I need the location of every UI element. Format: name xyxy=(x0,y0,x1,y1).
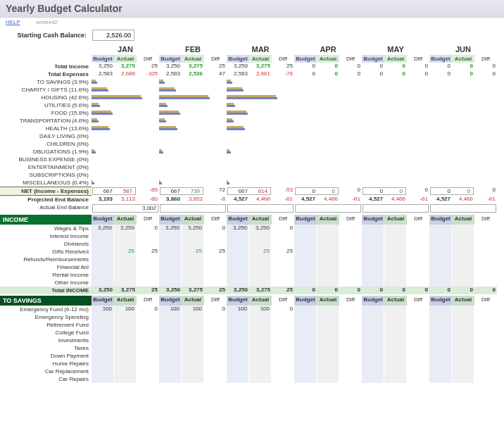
actual-cell[interactable] xyxy=(384,344,407,352)
budget-cell[interactable] xyxy=(429,225,452,232)
budget-cell[interactable] xyxy=(92,248,114,256)
budget-cell[interactable] xyxy=(159,256,182,263)
actual-cell[interactable] xyxy=(249,360,272,367)
actual-end-input[interactable] xyxy=(430,204,496,213)
actual-cell[interactable] xyxy=(317,256,339,263)
actual-cell[interactable] xyxy=(182,271,204,279)
budget-cell[interactable] xyxy=(429,344,452,352)
budget-cell[interactable]: 3,250 xyxy=(227,225,249,232)
budget-cell[interactable] xyxy=(294,263,317,271)
budget-cell[interactable] xyxy=(159,279,182,287)
budget-cell[interactable]: 3,250 xyxy=(159,225,182,232)
budget-cell[interactable] xyxy=(429,232,452,240)
actual-cell[interactable]: 25 xyxy=(114,248,137,256)
actual-cell[interactable] xyxy=(182,337,204,344)
budget-cell[interactable] xyxy=(159,344,182,352)
budget-cell[interactable] xyxy=(362,306,384,313)
budget-cell[interactable] xyxy=(429,256,452,263)
actual-end-input[interactable]: 3,002 xyxy=(92,204,158,213)
actual-cell[interactable] xyxy=(452,225,474,232)
actual-cell[interactable] xyxy=(317,248,339,256)
budget-cell[interactable] xyxy=(294,352,317,360)
actual-cell[interactable] xyxy=(182,344,204,352)
actual-cell[interactable] xyxy=(384,352,407,360)
budget-cell[interactable] xyxy=(362,375,384,383)
actual-cell[interactable]: 25 xyxy=(249,248,272,256)
budget-cell[interactable] xyxy=(92,329,114,337)
actual-cell[interactable] xyxy=(249,263,272,271)
budget-cell[interactable] xyxy=(362,232,384,240)
budget-cell[interactable] xyxy=(362,240,384,248)
budget-cell[interactable] xyxy=(92,232,114,240)
budget-cell[interactable] xyxy=(92,367,114,375)
budget-cell[interactable] xyxy=(92,360,114,367)
actual-cell[interactable] xyxy=(182,256,204,263)
actual-cell[interactable] xyxy=(114,321,137,329)
budget-cell[interactable] xyxy=(362,329,384,337)
budget-cell[interactable] xyxy=(159,232,182,240)
actual-cell[interactable] xyxy=(384,329,407,337)
budget-cell[interactable] xyxy=(92,256,114,263)
budget-cell[interactable] xyxy=(429,367,452,375)
actual-cell[interactable] xyxy=(452,313,474,321)
actual-end-input[interactable] xyxy=(363,204,429,213)
budget-cell[interactable] xyxy=(362,279,384,287)
budget-cell[interactable] xyxy=(294,271,317,279)
actual-cell[interactable] xyxy=(452,375,474,383)
actual-cell[interactable] xyxy=(384,367,407,375)
budget-cell[interactable] xyxy=(159,329,182,337)
actual-cell[interactable] xyxy=(182,313,204,321)
budget-cell[interactable] xyxy=(227,367,249,375)
actual-cell[interactable] xyxy=(114,337,137,344)
budget-cell[interactable] xyxy=(362,271,384,279)
actual-cell[interactable] xyxy=(384,248,407,256)
actual-cell[interactable] xyxy=(452,352,474,360)
actual-cell[interactable] xyxy=(249,321,272,329)
actual-cell[interactable] xyxy=(452,337,474,344)
budget-cell[interactable] xyxy=(227,329,249,337)
actual-cell[interactable] xyxy=(114,271,137,279)
budget-cell[interactable] xyxy=(294,375,317,383)
budget-cell[interactable] xyxy=(227,352,249,360)
budget-cell[interactable] xyxy=(159,313,182,321)
actual-cell[interactable] xyxy=(182,240,204,248)
actual-cell[interactable]: 3,250 xyxy=(182,225,204,232)
actual-cell[interactable] xyxy=(249,232,272,240)
actual-cell[interactable] xyxy=(249,240,272,248)
actual-cell[interactable]: 100 xyxy=(182,306,204,313)
actual-cell[interactable] xyxy=(114,360,137,367)
actual-cell[interactable] xyxy=(249,344,272,352)
actual-cell[interactable] xyxy=(182,263,204,271)
actual-cell[interactable] xyxy=(114,367,137,375)
actual-cell[interactable] xyxy=(182,329,204,337)
actual-cell[interactable] xyxy=(249,337,272,344)
budget-cell[interactable] xyxy=(92,321,114,329)
actual-cell[interactable] xyxy=(384,256,407,263)
actual-cell[interactable] xyxy=(114,279,137,287)
actual-cell[interactable] xyxy=(452,232,474,240)
actual-cell[interactable] xyxy=(384,360,407,367)
budget-cell[interactable] xyxy=(294,329,317,337)
actual-cell[interactable] xyxy=(249,352,272,360)
budget-cell[interactable] xyxy=(294,279,317,287)
actual-cell[interactable] xyxy=(317,271,339,279)
budget-cell[interactable] xyxy=(429,321,452,329)
actual-cell[interactable] xyxy=(452,329,474,337)
budget-cell[interactable] xyxy=(159,263,182,271)
actual-cell[interactable] xyxy=(317,240,339,248)
actual-cell[interactable] xyxy=(452,256,474,263)
budget-cell[interactable] xyxy=(294,360,317,367)
budget-cell[interactable] xyxy=(159,321,182,329)
actual-cell[interactable] xyxy=(317,337,339,344)
budget-cell[interactable] xyxy=(362,248,384,256)
actual-cell[interactable] xyxy=(317,329,339,337)
budget-cell[interactable] xyxy=(159,271,182,279)
budget-cell[interactable] xyxy=(227,248,249,256)
budget-cell[interactable] xyxy=(429,360,452,367)
budget-cell[interactable] xyxy=(294,321,317,329)
budget-cell[interactable] xyxy=(429,248,452,256)
budget-cell[interactable] xyxy=(227,337,249,344)
actual-cell[interactable] xyxy=(452,360,474,367)
budget-cell[interactable] xyxy=(362,321,384,329)
budget-cell[interactable] xyxy=(362,352,384,360)
